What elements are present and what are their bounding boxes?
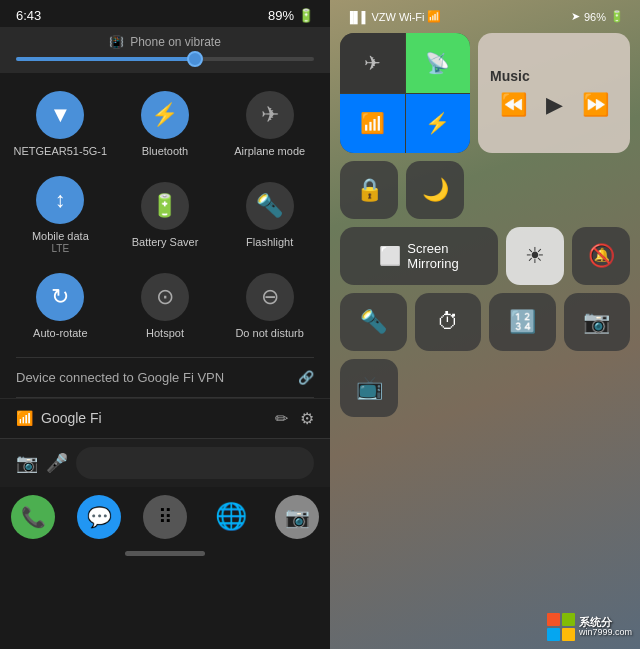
wifi-status-icon: 📶 [427, 10, 441, 23]
slider-fill [16, 57, 195, 61]
nav-bar [0, 543, 330, 568]
tile-hotspot[interactable]: ⊙ Hotspot [113, 263, 218, 348]
app-dock: 📞 💬 ⠿ 🌐 📷 [0, 487, 330, 543]
bottom-bar: 📷 🎤 [0, 438, 330, 487]
tile-ios-calculator[interactable]: 🔢 [489, 293, 556, 351]
tile-bluetooth[interactable]: ⚡ Bluetooth [113, 81, 218, 166]
vibrate-label: 📳 Phone on vibrate [109, 35, 221, 49]
dock-phone[interactable]: 📞 [11, 495, 55, 539]
chrome-icon: 🌐 [215, 501, 247, 532]
camera-icon: 📷 [285, 505, 310, 529]
watermark-text: 系统分 win7999.com [579, 616, 632, 638]
ios-control-center: ✈ 📡 📶 ⚡ Music ⏪ ▶ ⏩ 🔒 🌙 [330, 29, 640, 431]
tile-ios-wifi[interactable]: 📶 [340, 94, 405, 154]
battery-saver-icon: 🔋 [141, 182, 189, 230]
tile-ios-timer[interactable]: ⏱ [415, 293, 482, 351]
ios-row2: 🔒 🌙 [340, 161, 630, 219]
android-time: 6:43 [16, 8, 41, 23]
hotspot-icon: ⊙ [141, 273, 189, 321]
mobile-data-icon: ↕ [36, 176, 84, 224]
tile-auto-rotate[interactable]: ↻ Auto-rotate [8, 263, 113, 348]
network-row: 📶 Google Fi ✏ ⚙ [0, 398, 330, 438]
tile-ios-brightness[interactable]: ☀ [506, 227, 564, 285]
carrier-label: VZW Wi-Fi [371, 11, 424, 23]
airplane-icon: ✈ [246, 91, 294, 139]
ios-row1: ✈ 📡 📶 ⚡ Music ⏪ ▶ ⏩ [340, 33, 630, 153]
android-status-bar: 6:43 89% 🔋 [0, 0, 330, 27]
ios-row5: 📺 [340, 359, 630, 417]
music-controls: ⏪ ▶ ⏩ [490, 92, 618, 118]
fast-forward-icon[interactable]: ⏩ [582, 92, 609, 118]
quick-tiles-grid: ▼ NETGEAR51-5G-1 ⚡ Bluetooth ✈ Airplane … [0, 73, 330, 357]
ios-battery-percent: 96% [584, 11, 606, 23]
tile-ios-wifi-calling[interactable]: 📡 [406, 33, 471, 93]
tile-ios-rotation-lock[interactable]: 🔒 [340, 161, 398, 219]
bottom-icon-1: 📷 [16, 452, 38, 474]
brightness-slider[interactable] [16, 57, 314, 61]
network-settings-icon[interactable]: ⚙ [300, 409, 314, 428]
slider-thumb [187, 51, 203, 67]
dock-messages[interactable]: 💬 [77, 495, 121, 539]
battery-percent: 89% [268, 8, 294, 23]
signal-icon: 📶 [16, 410, 33, 426]
network-actions: ✏ ⚙ [275, 409, 314, 428]
android-panel: 6:43 89% 🔋 📳 Phone on vibrate ▼ NETGEAR5… [0, 0, 330, 649]
search-bar[interactable] [76, 447, 314, 479]
wifi-label: NETGEAR51-5G-1 [14, 145, 108, 158]
edit-network-icon[interactable]: ✏ [275, 409, 288, 428]
tile-ios-sleep[interactable]: 🌙 [406, 161, 464, 219]
location-icon: ➤ [571, 10, 580, 23]
windows-logo-icon [547, 613, 575, 641]
tile-wifi[interactable]: ▼ NETGEAR51-5G-1 [8, 81, 113, 166]
vibrate-icon: 📳 [109, 35, 124, 49]
tile-ios-remote[interactable]: 📺 [340, 359, 398, 417]
vpn-icon: 🔗 [298, 370, 314, 385]
rewind-icon[interactable]: ⏪ [500, 92, 527, 118]
vpn-label: Device connected to Google Fi VPN [16, 370, 224, 385]
tile-ios-screen-mirror[interactable]: ⬜ ScreenMirroring [340, 227, 498, 285]
watermark: 系统分 win7999.com [547, 613, 632, 641]
ios-battery-area: ➤ 96% 🔋 [571, 10, 624, 23]
vibrate-section: 📳 Phone on vibrate [0, 27, 330, 73]
tile-ios-flashlight[interactable]: 🔦 [340, 293, 407, 351]
dock-chrome[interactable]: 🌐 [209, 495, 253, 539]
ios-row3: ⬜ ScreenMirroring ☀ 🔕 [340, 227, 630, 285]
dock-camera[interactable]: 📷 [275, 495, 319, 539]
tile-ios-airplane[interactable]: ✈ [340, 33, 405, 93]
screen-mirror-icon: ⬜ [379, 245, 401, 267]
apps-icon: ⠿ [158, 505, 173, 529]
tile-ios-bluetooth[interactable]: ⚡ [406, 94, 471, 154]
tile-flashlight[interactable]: 🔦 Flashlight [217, 166, 322, 263]
tile-ios-camera[interactable]: 📷 [564, 293, 631, 351]
connectivity-group: ✈ 📡 📶 ⚡ [340, 33, 470, 153]
tile-battery-saver[interactable]: 🔋 Battery Saver [113, 166, 218, 263]
tile-ios-mute[interactable]: 🔕 [572, 227, 630, 285]
android-status-right: 89% 🔋 [268, 8, 314, 23]
battery-icon: 🔋 [298, 8, 314, 23]
play-icon[interactable]: ▶ [546, 92, 563, 118]
ios-signal: ▐▌▌ VZW Wi-Fi 📶 [346, 10, 441, 23]
nav-pill [125, 551, 205, 556]
network-info: 📶 Google Fi [16, 410, 102, 426]
tile-airplane[interactable]: ✈ Airplane mode [217, 81, 322, 166]
tile-mobile-data[interactable]: ↕ Mobile data LTE [8, 166, 113, 263]
wifi-icon: ▼ [36, 91, 84, 139]
ios-row4: 🔦 ⏱ 🔢 📷 [340, 293, 630, 351]
network-name: Google Fi [41, 410, 102, 426]
ios-panel: ▐▌▌ VZW Wi-Fi 📶 ➤ 96% 🔋 ✈ 📡 📶 ⚡ Music [330, 0, 640, 649]
ios-music-panel: Music ⏪ ▶ ⏩ [478, 33, 630, 153]
music-title: Music [490, 68, 618, 84]
auto-rotate-icon: ↻ [36, 273, 84, 321]
bluetooth-icon: ⚡ [141, 91, 189, 139]
ios-battery-icon: 🔋 [610, 10, 624, 23]
vpn-row: Device connected to Google Fi VPN 🔗 [0, 358, 330, 397]
signal-bars-icon: ▐▌▌ [346, 11, 369, 23]
dock-apps[interactable]: ⠿ [143, 495, 187, 539]
messages-icon: 💬 [87, 505, 112, 529]
flashlight-icon: 🔦 [246, 182, 294, 230]
screen-mirror-label: ScreenMirroring [407, 241, 458, 271]
dnd-icon: ⊖ [246, 273, 294, 321]
tile-dnd[interactable]: ⊖ Do not disturb [217, 263, 322, 348]
phone-icon: 📞 [21, 505, 46, 529]
ios-status-bar: ▐▌▌ VZW Wi-Fi 📶 ➤ 96% 🔋 [330, 0, 640, 29]
